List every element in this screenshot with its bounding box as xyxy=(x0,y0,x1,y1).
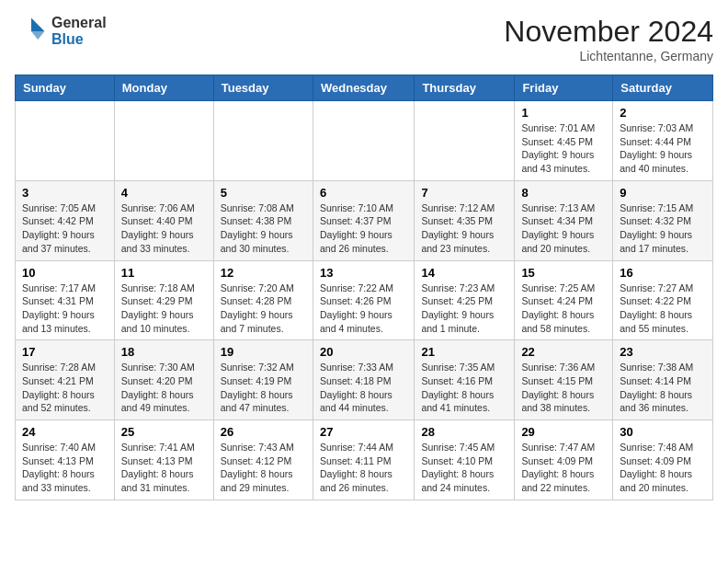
logo-icon xyxy=(15,15,48,48)
day-info: Sunrise: 7:27 AM Sunset: 4:22 PM Dayligh… xyxy=(620,282,706,336)
day-info: Sunrise: 7:30 AM Sunset: 4:20 PM Dayligh… xyxy=(121,361,207,415)
day-info: Sunrise: 7:43 AM Sunset: 4:12 PM Dayligh… xyxy=(221,441,306,495)
calendar-day-cell: 30Sunrise: 7:48 AM Sunset: 4:09 PM Dayli… xyxy=(613,420,713,500)
month-title: November 2024 xyxy=(504,15,713,49)
day-info: Sunrise: 7:17 AM Sunset: 4:31 PM Dayligh… xyxy=(22,282,108,336)
calendar-day-cell: 10Sunrise: 7:17 AM Sunset: 4:31 PM Dayli… xyxy=(16,260,115,340)
day-info: Sunrise: 7:01 AM Sunset: 4:45 PM Dayligh… xyxy=(521,121,606,176)
calendar-day-cell xyxy=(415,101,515,181)
calendar-day-cell: 26Sunrise: 7:43 AM Sunset: 4:12 PM Dayli… xyxy=(213,420,313,500)
svg-marker-0 xyxy=(31,18,44,31)
day-info: Sunrise: 7:40 AM Sunset: 4:13 PM Dayligh… xyxy=(22,441,108,495)
day-number: 7 xyxy=(421,186,507,200)
calendar-day-cell: 12Sunrise: 7:20 AM Sunset: 4:28 PM Dayli… xyxy=(213,260,313,340)
day-info: Sunrise: 7:35 AM Sunset: 4:16 PM Dayligh… xyxy=(421,361,507,415)
calendar-week-row: 17Sunrise: 7:28 AM Sunset: 4:21 PM Dayli… xyxy=(16,340,713,420)
calendar-body: 1Sunrise: 7:01 AM Sunset: 4:45 PM Daylig… xyxy=(16,101,713,500)
day-info: Sunrise: 7:10 AM Sunset: 4:37 PM Dayligh… xyxy=(320,201,407,256)
calendar-day-cell xyxy=(16,101,115,181)
weekday-header: Thursday xyxy=(415,75,515,101)
day-number: 23 xyxy=(620,345,706,359)
day-info: Sunrise: 7:12 AM Sunset: 4:35 PM Dayligh… xyxy=(421,201,507,256)
day-number: 3 xyxy=(22,186,108,200)
weekday-header: Monday xyxy=(114,75,213,101)
svg-marker-1 xyxy=(31,31,44,40)
day-info: Sunrise: 7:15 AM Sunset: 4:32 PM Dayligh… xyxy=(620,201,706,256)
day-info: Sunrise: 7:03 AM Sunset: 4:44 PM Dayligh… xyxy=(620,121,706,176)
calendar-day-cell: 14Sunrise: 7:23 AM Sunset: 4:25 PM Dayli… xyxy=(415,260,515,340)
calendar-day-cell: 24Sunrise: 7:40 AM Sunset: 4:13 PM Dayli… xyxy=(16,420,115,500)
calendar-week-row: 10Sunrise: 7:17 AM Sunset: 4:31 PM Dayli… xyxy=(16,260,713,340)
day-info: Sunrise: 7:28 AM Sunset: 4:21 PM Dayligh… xyxy=(22,361,108,415)
day-number: 18 xyxy=(121,345,207,359)
day-number: 15 xyxy=(521,266,606,280)
calendar-day-cell: 15Sunrise: 7:25 AM Sunset: 4:24 PM Dayli… xyxy=(515,260,613,340)
calendar-day-cell: 28Sunrise: 7:45 AM Sunset: 4:10 PM Dayli… xyxy=(415,420,515,500)
calendar-day-cell xyxy=(114,101,213,181)
day-number: 11 xyxy=(121,266,207,280)
calendar-day-cell: 23Sunrise: 7:38 AM Sunset: 4:14 PM Dayli… xyxy=(613,340,713,420)
day-number: 13 xyxy=(320,266,407,280)
day-number: 17 xyxy=(22,345,108,359)
calendar-day-cell: 29Sunrise: 7:47 AM Sunset: 4:09 PM Dayli… xyxy=(515,420,613,500)
day-number: 16 xyxy=(620,266,706,280)
logo: General Blue xyxy=(15,15,107,48)
day-number: 29 xyxy=(521,425,606,439)
day-info: Sunrise: 7:32 AM Sunset: 4:19 PM Dayligh… xyxy=(221,361,306,415)
calendar-day-cell: 1Sunrise: 7:01 AM Sunset: 4:45 PM Daylig… xyxy=(515,101,613,181)
location: Lichtentanne, Germany xyxy=(504,49,713,63)
day-number: 14 xyxy=(421,266,507,280)
weekday-header: Tuesday xyxy=(213,75,313,101)
calendar-day-cell: 16Sunrise: 7:27 AM Sunset: 4:22 PM Dayli… xyxy=(613,260,713,340)
day-number: 19 xyxy=(221,345,306,359)
title-section: November 2024 Lichtentanne, Germany xyxy=(504,15,713,63)
weekday-header: Saturday xyxy=(613,75,713,101)
calendar-day-cell: 20Sunrise: 7:33 AM Sunset: 4:18 PM Dayli… xyxy=(313,340,414,420)
calendar-day-cell: 11Sunrise: 7:18 AM Sunset: 4:29 PM Dayli… xyxy=(114,260,213,340)
day-info: Sunrise: 7:23 AM Sunset: 4:25 PM Dayligh… xyxy=(421,282,507,336)
calendar-day-cell: 13Sunrise: 7:22 AM Sunset: 4:26 PM Dayli… xyxy=(313,260,414,340)
day-info: Sunrise: 7:22 AM Sunset: 4:26 PM Dayligh… xyxy=(320,282,407,336)
calendar-day-cell: 5Sunrise: 7:08 AM Sunset: 4:38 PM Daylig… xyxy=(213,180,313,260)
day-number: 30 xyxy=(620,425,706,439)
weekday-header: Sunday xyxy=(16,75,115,101)
calendar-day-cell: 21Sunrise: 7:35 AM Sunset: 4:16 PM Dayli… xyxy=(415,340,515,420)
day-info: Sunrise: 7:47 AM Sunset: 4:09 PM Dayligh… xyxy=(521,441,606,495)
day-number: 27 xyxy=(320,425,407,439)
day-info: Sunrise: 7:45 AM Sunset: 4:10 PM Dayligh… xyxy=(421,441,507,495)
day-info: Sunrise: 7:06 AM Sunset: 4:40 PM Dayligh… xyxy=(121,201,207,256)
calendar-day-cell: 4Sunrise: 7:06 AM Sunset: 4:40 PM Daylig… xyxy=(114,180,213,260)
calendar-day-cell: 18Sunrise: 7:30 AM Sunset: 4:20 PM Dayli… xyxy=(114,340,213,420)
day-number: 9 xyxy=(620,186,706,200)
day-number: 1 xyxy=(521,106,606,120)
day-number: 21 xyxy=(421,345,507,359)
logo-text: General Blue xyxy=(51,15,107,47)
day-number: 10 xyxy=(22,266,108,280)
day-number: 12 xyxy=(221,266,306,280)
day-info: Sunrise: 7:38 AM Sunset: 4:14 PM Dayligh… xyxy=(620,361,706,415)
calendar-week-row: 24Sunrise: 7:40 AM Sunset: 4:13 PM Dayli… xyxy=(16,420,713,500)
day-number: 8 xyxy=(521,186,606,200)
calendar-week-row: 1Sunrise: 7:01 AM Sunset: 4:45 PM Daylig… xyxy=(16,101,713,181)
day-info: Sunrise: 7:05 AM Sunset: 4:42 PM Dayligh… xyxy=(22,201,108,256)
calendar-day-cell: 6Sunrise: 7:10 AM Sunset: 4:37 PM Daylig… xyxy=(313,180,414,260)
day-info: Sunrise: 7:48 AM Sunset: 4:09 PM Dayligh… xyxy=(620,441,706,495)
day-info: Sunrise: 7:20 AM Sunset: 4:28 PM Dayligh… xyxy=(221,282,306,336)
calendar-day-cell xyxy=(313,101,414,181)
day-info: Sunrise: 7:18 AM Sunset: 4:29 PM Dayligh… xyxy=(121,282,207,336)
day-number: 26 xyxy=(221,425,306,439)
calendar-day-cell: 17Sunrise: 7:28 AM Sunset: 4:21 PM Dayli… xyxy=(16,340,115,420)
calendar-day-cell: 2Sunrise: 7:03 AM Sunset: 4:44 PM Daylig… xyxy=(613,101,713,181)
calendar-day-cell: 9Sunrise: 7:15 AM Sunset: 4:32 PM Daylig… xyxy=(613,180,713,260)
day-info: Sunrise: 7:25 AM Sunset: 4:24 PM Dayligh… xyxy=(521,282,606,336)
day-number: 5 xyxy=(221,186,306,200)
weekday-row: SundayMondayTuesdayWednesdayThursdayFrid… xyxy=(16,75,713,101)
day-info: Sunrise: 7:13 AM Sunset: 4:34 PM Dayligh… xyxy=(521,201,606,256)
calendar-day-cell: 25Sunrise: 7:41 AM Sunset: 4:13 PM Dayli… xyxy=(114,420,213,500)
calendar: SundayMondayTuesdayWednesdayThursdayFrid… xyxy=(15,75,713,500)
day-info: Sunrise: 7:44 AM Sunset: 4:11 PM Dayligh… xyxy=(320,441,407,495)
weekday-header: Wednesday xyxy=(313,75,414,101)
day-info: Sunrise: 7:33 AM Sunset: 4:18 PM Dayligh… xyxy=(320,361,407,415)
day-number: 28 xyxy=(421,425,507,439)
day-number: 22 xyxy=(521,345,606,359)
